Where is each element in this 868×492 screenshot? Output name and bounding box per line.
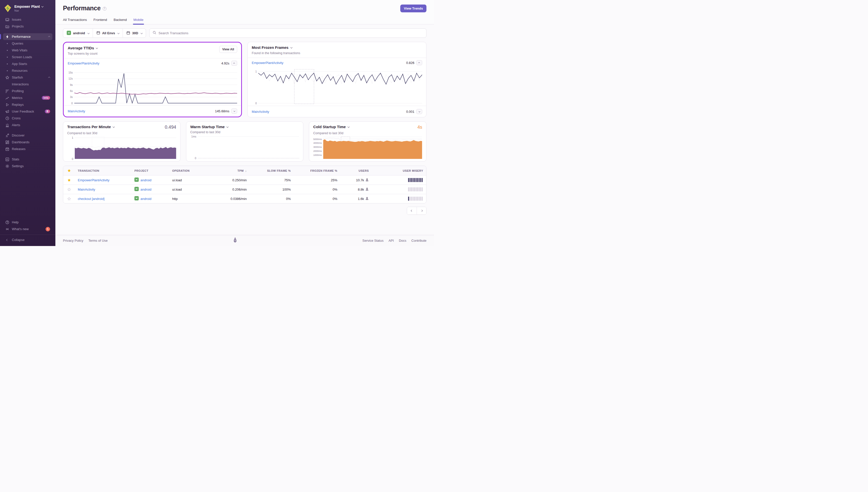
sidebar-item-label: Interactions — [12, 82, 50, 86]
view-all-button[interactable]: View All — [219, 46, 237, 53]
replays-icon — [5, 103, 9, 107]
sidebar-item-resources[interactable]: Resources — [3, 67, 52, 74]
column-header-slow-frame[interactable]: SLOW FRAME % — [250, 169, 294, 172]
column-header-users[interactable]: USERS — [340, 169, 372, 172]
sidebar-item-screen-loads[interactable]: Screen Loads — [3, 54, 52, 60]
collapse-row-button[interactable] — [231, 61, 237, 66]
sidebar-item-alerts[interactable]: Alerts — [3, 122, 52, 128]
column-header-user-misery[interactable]: USER MISERY — [372, 169, 426, 172]
mid-widgets: Transactions Per Minute 0.494 Compared t… — [63, 121, 427, 162]
footer-link-contribute[interactable]: Contribute — [411, 239, 427, 243]
page-filters: android All Envs 30D — [63, 28, 146, 38]
sidebar-item-replays[interactable]: Replays — [3, 101, 52, 108]
sidebar-item-stats[interactable]: Stats — [3, 156, 52, 163]
most-frozen-frames-subtitle: Found in the following transactions — [252, 51, 300, 55]
tab-mobile[interactable]: Mobile — [133, 18, 144, 24]
sort-desc-icon[interactable]: ↓ — [245, 169, 247, 172]
sidebar-item-crons[interactable]: Crons — [3, 115, 52, 122]
chevron-left-icon — [5, 238, 9, 242]
sidebar-item-app-starts[interactable]: App Starts — [3, 60, 52, 67]
footer-link-privacy-policy[interactable]: Privacy Policy — [63, 239, 83, 243]
transaction-link[interactable]: EmpowerPlantActivity — [68, 62, 99, 65]
collapse-row-button[interactable] — [416, 60, 422, 65]
sidebar-item-performance[interactable]: Performance — [3, 33, 52, 40]
transaction-link[interactable]: MainActivity — [252, 110, 269, 114]
main-area: Performance ? View Trends All Transactio… — [55, 0, 434, 246]
sidebar-item-metrics[interactable]: Metricsbeta — [3, 94, 52, 101]
project-filter[interactable]: android — [63, 29, 93, 38]
transaction-cell: EmpowerPlantActivity — [75, 178, 131, 182]
user-misery-bars — [375, 187, 423, 191]
column-header-operation[interactable]: OPERATION — [169, 169, 211, 172]
sidebar-item-user-feedback[interactable]: User FeedbackB — [3, 108, 52, 115]
app-root: Empower Plant Nar IssuesProjectsPerforma… — [0, 0, 434, 246]
transaction-link[interactable]: EmpowerPlantActivity — [252, 61, 283, 65]
transaction-link[interactable]: checkout [android] — [78, 197, 104, 201]
next-page-button[interactable] — [417, 207, 426, 215]
project-link[interactable]: android — [134, 196, 151, 201]
expand-row-button[interactable] — [231, 108, 237, 114]
star-outline-icon[interactable] — [66, 188, 72, 191]
sidebar-item-what-s-new[interactable]: What's new5 — [3, 226, 52, 232]
person-icon — [365, 197, 369, 201]
environment-filter[interactable]: All Envs — [93, 29, 123, 38]
footer-link-docs[interactable]: Docs — [399, 239, 406, 243]
column-header-project[interactable]: PROJECT — [131, 169, 169, 172]
star-outline-icon[interactable] — [66, 197, 72, 201]
sidebar-item-discover[interactable]: Discover — [3, 132, 52, 139]
most-frozen-frames-title[interactable]: Most Frozen Frames — [252, 45, 300, 50]
average-ttids-title[interactable]: Average TTIDs — [68, 46, 97, 50]
date-range-filter[interactable]: 30D — [123, 29, 146, 38]
y-axis-tick: 1ms — [191, 135, 196, 138]
y-axis-tick: 15s — [69, 71, 73, 74]
cold-startup-value: 4s — [417, 125, 422, 130]
previous-page-button[interactable] — [407, 207, 417, 215]
chevron-down-icon — [42, 5, 44, 7]
transaction-link[interactable]: MainActivity — [78, 188, 95, 191]
org-switcher[interactable]: Empower Plant Nar — [3, 3, 52, 16]
sidebar-item-projects[interactable]: Projects — [3, 23, 52, 30]
sidebar-item-releases[interactable]: Releases — [3, 146, 52, 152]
tab-all-transactions[interactable]: All Transactions — [63, 18, 87, 24]
cold-startup-title[interactable]: Cold Startup Time — [313, 125, 349, 129]
sidebar-item-dashboards[interactable]: Dashboards — [3, 139, 52, 146]
project-link[interactable]: android — [134, 177, 151, 182]
help-icon[interactable]: ? — [103, 7, 106, 10]
sidebar-item-label: Settings — [12, 164, 50, 168]
calendar-icon — [126, 31, 130, 35]
sidebar-item-settings[interactable]: Settings — [3, 163, 52, 169]
sidebar-item-label: Replays — [12, 103, 50, 106]
footer-link-terms-of-use[interactable]: Terms of Use — [88, 239, 108, 243]
sidebar-item-starfish[interactable]: Starfish — [3, 74, 52, 81]
project-link[interactable]: android — [134, 187, 151, 192]
metrics-icon — [5, 96, 9, 100]
footer-link-service-status[interactable]: Service Status — [362, 239, 384, 243]
tab-frontend[interactable]: Frontend — [94, 18, 107, 24]
sidebar-item-profiling[interactable]: Profiling — [3, 88, 52, 94]
transaction-link[interactable]: EmpowerPlantActivity — [78, 178, 109, 182]
bullet-icon — [5, 57, 9, 58]
sidebar-item-interactions[interactable]: Interactions — [3, 81, 52, 88]
expand-row-button[interactable] — [416, 109, 422, 114]
sidebar-item-help[interactable]: Help — [3, 219, 52, 226]
footer-link-api[interactable]: API — [388, 239, 394, 243]
column-header-transaction[interactable]: TRANSACTION — [75, 169, 131, 172]
project-cell: android — [131, 177, 169, 182]
cold-startup-area-chart — [323, 137, 422, 159]
sidebar-item-web-vitals[interactable]: Web Vitals — [3, 47, 52, 54]
sidebar-item-collapse[interactable]: Collapse — [5, 237, 50, 243]
tpm-cell: 0.250/min — [211, 178, 250, 182]
tpm-cell: 0.206/min — [211, 188, 250, 191]
sidebar-item-queries[interactable]: Queries — [3, 40, 52, 47]
sidebar-item-issues[interactable]: Issues — [3, 16, 52, 23]
warm-startup-title[interactable]: Warm Startup Time — [190, 125, 228, 129]
column-header-frozen-frame[interactable]: FROZEN FRAME % — [294, 169, 340, 172]
tpm-title[interactable]: Transactions Per Minute — [67, 125, 114, 129]
star-filled-icon[interactable] — [66, 178, 72, 182]
view-trends-button[interactable]: View Trends — [400, 4, 427, 13]
column-header-tpm[interactable]: TPM ↓ — [211, 169, 250, 172]
tab-backend[interactable]: Backend — [113, 18, 127, 24]
search-input[interactable] — [159, 31, 423, 35]
transaction-link[interactable]: MainActivity — [68, 109, 85, 113]
sidebar-item-label: Crons — [12, 116, 50, 120]
